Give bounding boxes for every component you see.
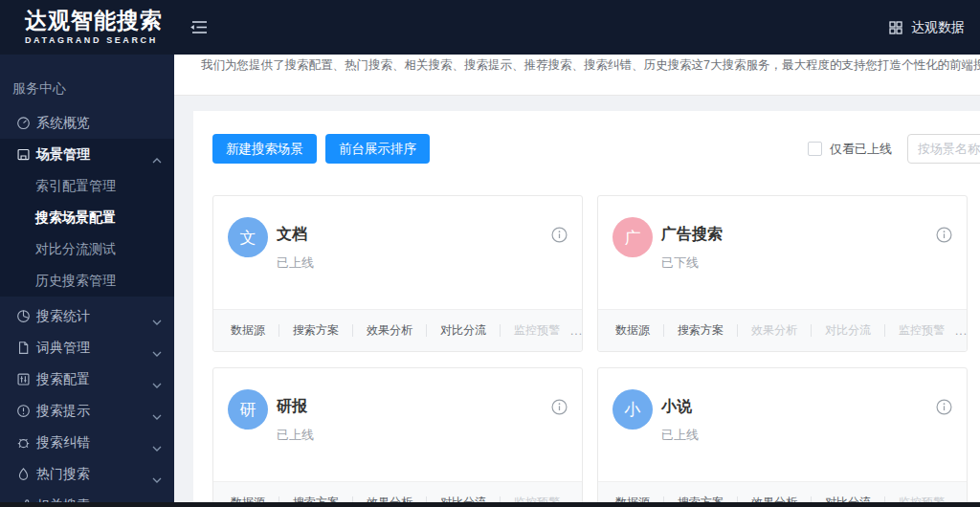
search-plan-link[interactable]: 搜索方案 [293, 322, 339, 339]
chevron-down-icon [152, 376, 162, 391]
dashboard-icon [16, 116, 31, 130]
pie-chart-icon [16, 309, 31, 323]
sidebar-subitem-history-search[interactable]: 历史搜索管理 [0, 265, 174, 297]
logo[interactable]: 达观智能搜索 DATAGRAND SEARCH [25, 7, 163, 45]
logo-title: 达观智能搜索 [25, 7, 163, 33]
avatar: 小 [612, 389, 653, 430]
chevron-down-icon [152, 471, 162, 486]
sidebar-item-label: 词典管理 [36, 340, 90, 357]
scene-card-title: 文档 [277, 225, 307, 245]
sidebar-subitem-label: 搜索场景配置 [35, 209, 116, 227]
search-plan-link[interactable]: 搜索方案 [678, 322, 724, 339]
effect-analysis-link[interactable]: 效果分析 [751, 322, 797, 339]
online-only-label: 仅看已上线 [830, 141, 892, 158]
info-icon[interactable] [936, 227, 952, 243]
avatar: 广 [612, 217, 653, 257]
scene-card-novel[interactable]: 小 小说 已上线 数据源搜索方案效果分析对比分流监控预警... [597, 367, 968, 507]
scene-card-document[interactable]: 文 文档 已上线 数据源搜索方案效果分析对比分流监控预警... [212, 195, 583, 352]
exclamation-circle-icon [16, 404, 31, 418]
sidebar-item-label: 搜索提示 [36, 403, 90, 420]
intro-banner-text: 我们为您提供了搜索配置、热门搜索、相关搜索、搜索提示、推荐搜索、搜索纠错、历史搜… [201, 57, 980, 74]
sidebar-item-label: 系统概览 [36, 115, 90, 132]
ab-split-link[interactable]: 对比分流 [440, 322, 486, 339]
menu-fold-icon[interactable] [188, 19, 209, 39]
sidebar-group-label: 服务中心 [12, 80, 66, 98]
chevron-up-icon [152, 151, 162, 166]
chevron-down-icon [152, 439, 162, 454]
sidebar-item-label: 搜索配置 [36, 371, 90, 388]
info-icon[interactable] [936, 399, 952, 415]
status-badge: 已下线 [661, 254, 699, 272]
info-icon[interactable] [551, 227, 568, 243]
sidebar-subitem-search-scene-config[interactable]: 搜索场景配置 [0, 202, 174, 233]
scene-card-ad-search[interactable]: 广 广告搜索 已下线 数据源搜索方案效果分析对比分流监控预警... [597, 195, 968, 352]
info-icon[interactable] [551, 399, 568, 415]
more-link[interactable]: ... [570, 324, 583, 338]
apps-grid-icon [889, 21, 902, 34]
window-bottom-edge [0, 502, 980, 507]
scene-icon [16, 147, 31, 162]
sidebar-item-search-correction[interactable]: 搜索纠错 [0, 427, 174, 458]
sidebar-subitem-ab-test[interactable]: 对比分流测试 [0, 233, 174, 265]
scene-name-search-input[interactable] [907, 134, 980, 164]
datasource-link[interactable]: 数据源 [615, 322, 650, 339]
sidebar-item-scene-management[interactable]: 场景管理 [0, 139, 174, 170]
bug-icon [16, 435, 31, 450]
sidebar-item-search-hint[interactable]: 搜索提示 [0, 395, 174, 427]
sidebar-item-label: 搜索纠错 [36, 434, 90, 452]
toolbar: 新建搜索场景 前台展示排序 [212, 134, 430, 164]
sidebar-item-search-stats[interactable]: 搜索统计 [0, 300, 174, 332]
sidebar-item-search-config[interactable]: 搜索配置 [0, 364, 174, 395]
monitor-alert-link[interactable]: 监控预警 [514, 322, 560, 339]
chevron-down-icon [152, 313, 162, 328]
scene-card-research-report[interactable]: 研 研报 已上线 数据源搜索方案效果分析对比分流监控预警... [212, 367, 583, 507]
avatar: 研 [228, 389, 268, 430]
new-scene-button[interactable]: 新建搜索场景 [212, 134, 317, 164]
chevron-down-icon [152, 344, 162, 360]
display-sort-button[interactable]: 前台展示排序 [325, 134, 430, 164]
sidebar-item-dict-management[interactable]: 词典管理 [0, 332, 174, 364]
app-root: 达观智能搜索 DATAGRAND SEARCH 达观数据 服务中心 [0, 0, 980, 507]
scene-management-section: 场景管理 索引配置管理 搜索场景配置 对比分流测试 历史搜索管理 [0, 139, 174, 297]
more-link[interactable]: ... [955, 324, 968, 338]
product-label: 达观数据 [911, 19, 965, 36]
effect-analysis-link[interactable]: 效果分析 [367, 322, 412, 339]
intro-banner: 我们为您提供了搜索配置、热门搜索、相关搜索、搜索提示、推荐搜索、搜索纠错、历史搜… [174, 55, 980, 96]
chevron-down-icon [152, 408, 162, 423]
top-header: 达观智能搜索 DATAGRAND SEARCH 达观数据 [0, 0, 980, 55]
sliders-icon [16, 372, 31, 386]
sidebar-subitem-label: 对比分流测试 [35, 241, 116, 258]
sidebar-subitem-index-config[interactable]: 索引配置管理 [0, 170, 174, 202]
fire-icon [16, 467, 31, 481]
sidebar-nav: 服务中心 系统概览 场景管理 [0, 55, 174, 507]
sidebar-item-label: 热门搜索 [36, 466, 90, 483]
status-badge: 已上线 [277, 254, 314, 272]
avatar: 文 [228, 217, 268, 257]
scene-card-title: 小说 [661, 397, 692, 417]
sidebar-item-hot-search[interactable]: 热门搜索 [0, 458, 174, 490]
card-footer: 数据源搜索方案效果分析对比分流监控预警... [598, 309, 967, 351]
sidebar-subitem-label: 历史搜索管理 [35, 273, 116, 290]
online-only-checkbox[interactable] [808, 142, 822, 156]
status-badge: 已上线 [661, 427, 699, 444]
file-icon [16, 341, 31, 355]
ab-split-link[interactable]: 对比分流 [825, 322, 871, 339]
scene-card-title: 广告搜索 [661, 225, 723, 245]
sidebar-item-label: 搜索统计 [36, 308, 90, 325]
monitor-alert-link[interactable]: 监控预警 [899, 322, 945, 339]
scene-card-title: 研报 [277, 397, 307, 417]
logo-subtitle: DATAGRAND SEARCH [25, 35, 163, 45]
sidebar-item-system-overview[interactable]: 系统概览 [0, 107, 174, 139]
sidebar-subitem-label: 索引配置管理 [35, 178, 116, 195]
scene-config-panel: 新建搜索场景 前台展示排序 仅看已上线 文 文档 已上线 数据源搜索方案效果分析… [193, 111, 980, 507]
sidebar-item-label: 场景管理 [36, 146, 90, 164]
filter-bar: 仅看已上线 [808, 134, 980, 164]
product-switcher[interactable]: 达观数据 [889, 0, 965, 55]
card-footer: 数据源搜索方案效果分析对比分流监控预警... [213, 309, 582, 351]
status-badge: 已上线 [277, 427, 314, 444]
datasource-link[interactable]: 数据源 [231, 322, 265, 339]
